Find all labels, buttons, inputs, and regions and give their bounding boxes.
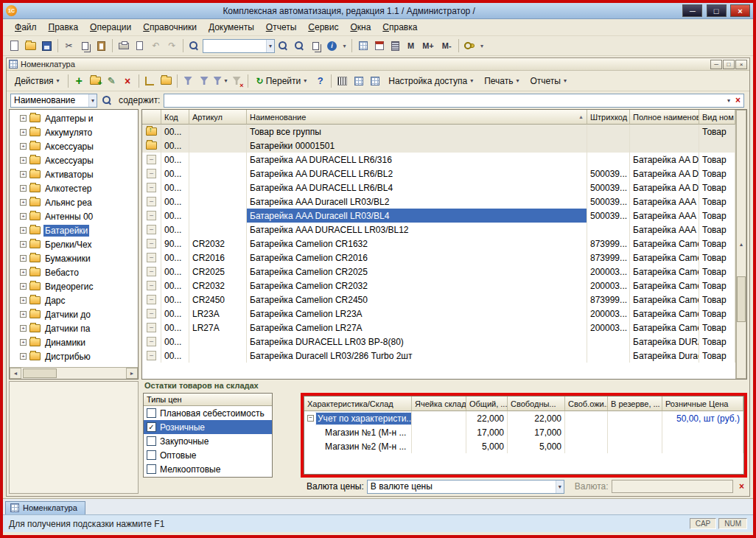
stock-view-icon[interactable]	[351, 74, 366, 88]
table-row[interactable]: –00...CR2450Батарейка Camelion CR2450873…	[142, 293, 735, 307]
expand-icon[interactable]: +	[20, 241, 27, 248]
expand-icon[interactable]: +	[20, 325, 27, 332]
expand-icon[interactable]: +	[20, 129, 27, 136]
memory-button[interactable]: M	[404, 39, 418, 52]
maximize-button[interactable]: □	[707, 4, 727, 17]
memory-button[interactable]: M+	[419, 39, 438, 52]
stock-column-header[interactable]: Свободны...	[508, 396, 565, 411]
expand-icon[interactable]: +	[20, 353, 27, 360]
scroll-right-icon[interactable]: ►	[126, 368, 138, 379]
tree-item[interactable]: +Адаптеры и	[10, 111, 138, 125]
key-icon[interactable]	[462, 38, 477, 53]
table-row[interactable]: –00...Батарейка AAA DURACELL LR03/BL12Ба…	[142, 223, 735, 237]
table-row[interactable]: –00...Батарейка AAA Duracell LR03/BL2500…	[142, 195, 735, 209]
column-header[interactable]: Код	[161, 110, 189, 125]
price-currency-combo[interactable]: В валюте цены▾	[367, 480, 564, 494]
table-row[interactable]: –00...CR2032Батарейка Camelion CR2032200…	[142, 279, 735, 293]
tree-item[interactable]: +Видеорегис	[10, 279, 138, 293]
expand-icon[interactable]: +	[20, 311, 27, 318]
print-icon[interactable]	[116, 38, 131, 53]
cut-icon[interactable]: ✂	[61, 38, 77, 53]
filter-settings-icon[interactable]	[181, 74, 196, 88]
expand-icon[interactable]: +	[20, 171, 27, 178]
stock-column-header[interactable]: Своб.ожи...	[565, 396, 608, 411]
tree-item[interactable]: +Батарейки	[10, 223, 138, 237]
delete-button[interactable]: ×	[120, 74, 136, 88]
table-row[interactable]: –00...Батарейка AA DURACELL LR6/316Батар…	[142, 153, 735, 167]
undo-icon[interactable]: ↶	[148, 38, 164, 53]
scroll-up-icon[interactable]: ▲	[736, 110, 746, 379]
key-dropdown-icon[interactable]: ▾	[478, 38, 486, 53]
access-settings-button[interactable]: Настройка доступа▾	[383, 74, 478, 88]
table-row[interactable]: –00...Батарейка AAA Duracell LR03/BL4500…	[142, 209, 735, 223]
collapse-icon[interactable]: −	[307, 415, 314, 422]
table-icon[interactable]	[355, 38, 371, 53]
close-button[interactable]: ×	[730, 4, 750, 17]
new-document-icon[interactable]	[7, 38, 22, 53]
find-next-icon[interactable]	[276, 38, 291, 53]
tree-horizontal-scrollbar[interactable]: ◄ ►	[10, 367, 138, 379]
menu-item[interactable]: Отчеты	[260, 20, 303, 35]
tree-item[interactable]: +Аккумулято	[10, 125, 138, 139]
column-header[interactable]: Вид ном	[699, 110, 735, 125]
currency-clear-icon[interactable]: ×	[736, 481, 747, 492]
tree-item[interactable]: +Дистрибью	[10, 349, 138, 363]
expand-icon[interactable]: +	[20, 283, 27, 290]
tree-item[interactable]: +Аксессуары	[10, 153, 138, 167]
stock-column-header[interactable]: Характеристика/Склад	[304, 396, 412, 411]
column-header[interactable]: Наименование▲	[247, 110, 587, 125]
tree-item[interactable]: +Активаторы	[10, 167, 138, 181]
checkbox-icon[interactable]: ✓	[147, 422, 156, 432]
column-header[interactable]: Полное наименов...	[630, 110, 699, 125]
chevron-down-icon[interactable]: ▾	[88, 94, 97, 107]
info-dropdown-icon[interactable]: ▾	[340, 38, 349, 53]
table-row[interactable]: –00...CR2025Батарейка Camelion CR2025200…	[142, 265, 735, 279]
reports-menu-button[interactable]: Отчеты▾	[525, 74, 572, 88]
menu-item[interactable]: Справка	[377, 20, 423, 35]
table-vertical-scrollbar[interactable]: ▲ ▼	[735, 110, 746, 379]
menu-item[interactable]: Файл	[9, 20, 43, 35]
barcode-icon[interactable]	[335, 74, 350, 88]
tab-nomenclature[interactable]: Номенклатура	[5, 501, 85, 514]
expand-icon[interactable]: +	[20, 185, 27, 192]
table-row[interactable]: –00...LR27AБатарейка Camelion LR27A20000…	[142, 321, 735, 335]
windows-icon[interactable]	[308, 38, 323, 53]
table-row[interactable]: –00...Батарейка DURACELL LR03 BP-8(80)Ба…	[142, 335, 735, 349]
stock-row[interactable]: Магазин №1 (М-н ...17,00017,000	[304, 425, 743, 439]
tree-item[interactable]: +Датчики па	[10, 321, 138, 335]
filter-icon[interactable]	[197, 74, 212, 88]
toolbar-search-input[interactable]	[206, 41, 266, 51]
tree-item[interactable]: +Аксессуары	[10, 139, 138, 153]
tree-item[interactable]: +Альянс реа	[10, 195, 138, 209]
add-group-button[interactable]: +	[88, 74, 103, 88]
checkbox-icon[interactable]	[147, 408, 156, 418]
stock-column-header[interactable]: Общий, ...	[466, 396, 508, 411]
stock-column-header[interactable]: В резерве, ...	[608, 396, 662, 411]
currency-field[interactable]	[612, 480, 733, 493]
tree-item[interactable]: +Алкотестер	[10, 181, 138, 195]
filter-by-value-icon[interactable]: ▾	[213, 74, 228, 88]
expand-icon[interactable]: +	[20, 297, 27, 304]
print-menu-button[interactable]: Печать▾	[479, 74, 524, 88]
tree-item[interactable]: +Вебасто	[10, 265, 138, 279]
checkbox-icon[interactable]	[147, 436, 156, 446]
price-type-item[interactable]: Закупочные	[144, 434, 272, 448]
stock-column-header[interactable]: Розничные Цена	[662, 396, 743, 411]
actions-menu-button[interactable]: Действия▾	[10, 74, 65, 88]
menu-item[interactable]: Операции	[84, 20, 137, 35]
tree-item[interactable]: +Дарс	[10, 293, 138, 307]
find-icon[interactable]	[186, 38, 202, 53]
info-icon[interactable]: i	[324, 38, 340, 53]
expand-icon[interactable]: +	[20, 199, 27, 206]
redo-icon[interactable]: ↷	[164, 38, 180, 53]
price-type-item[interactable]: Плановая себестоимость	[144, 406, 272, 420]
minimize-button[interactable]: ─	[682, 4, 702, 17]
table-row[interactable]: –00...CR2016Батарейка Camelion CR2016873…	[142, 251, 735, 265]
table-row[interactable]: –90...CR2032Батарейка Camelion CR1632873…	[142, 237, 735, 251]
copy-icon[interactable]	[77, 38, 93, 53]
save-icon[interactable]	[39, 38, 55, 53]
search-field-combo[interactable]: Наименование▾	[10, 94, 97, 108]
scrollbar-thumb[interactable]	[23, 368, 57, 378]
expand-icon[interactable]: +	[20, 157, 27, 164]
chevron-down-icon[interactable]: ▾	[556, 481, 564, 493]
